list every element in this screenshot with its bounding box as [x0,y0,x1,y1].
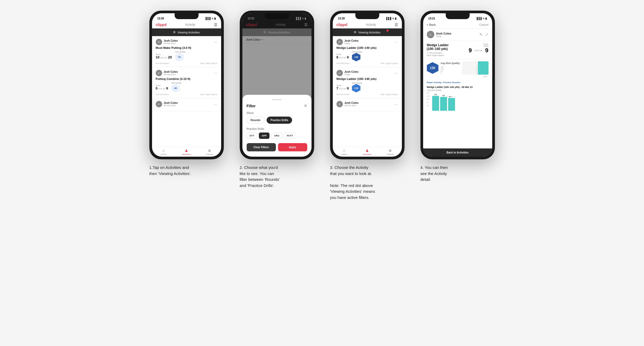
dots-menu-1-3[interactable]: ··· [214,102,217,106]
header-title-1: Activity [185,23,195,27]
viewing-banner-3[interactable]: ⚙ Viewing Activities [333,28,402,36]
bar-3-label: 124 - - - [449,96,454,97]
bar-2-label: 129 [442,95,445,96]
drill-btn-arg[interactable]: ARG [271,133,282,139]
avatar-1-2: JC [156,70,162,76]
step-3: 13:20 ▐▐▐ ∿ ▮ clippd Activity ☰ ⚙ View [327,11,407,200]
back-to-activities-button[interactable]: Back to Activities [423,148,492,157]
filter-close-button[interactable]: ✕ [304,103,307,108]
battery-icon-3: ▮ [395,17,397,20]
viewing-banner-1[interactable]: ⚙ Viewing Activities [152,28,221,36]
filter-handle [272,99,282,100]
drill-btn-app[interactable]: APP [259,133,270,139]
activity-card-3-2[interactable]: JC Josh Coles Today ··· Wedge Ladder (10… [333,67,402,98]
cards-list-1: JC Josh Coles 28 Feb 2023 ··· Must Make … [152,36,221,147]
activity-card-3-3[interactable]: JC Josh Coles 28 Feb 2023 ··· [333,98,402,111]
sq-hexagon-large: 130 [427,62,439,74]
nav-home-3[interactable]: ⌂ Home [333,148,356,156]
phone-frame-4: 13:21 ▐▐▐ ∿ ▮ < Back Cancel JC [420,11,495,159]
nav-activities-1[interactable]: ♟ Activities [175,148,198,156]
hamburger-3[interactable]: ☰ [395,23,398,27]
sq-label-3-1: Shot Quality [352,51,362,53]
practice-drills-button[interactable]: Practice Drills [267,117,292,124]
hamburger-1[interactable]: ☰ [214,23,217,27]
cancel-button[interactable]: Cancel [479,23,488,26]
sq-chart-labels: Avg Shot Quality 130 100 50 0 [441,62,460,74]
detail-user-name: Josh Coles [436,32,452,35]
clear-filters-button[interactable]: Clear Filters [247,143,276,151]
filter-modal: Filter ✕ Show Rounds Practice Drills Pra… [242,95,312,157]
rounds-button[interactable]: Rounds [247,117,264,124]
nav-home-label-3: Home [341,153,347,156]
dots-menu-3-1[interactable]: ··· [395,40,398,44]
filter-actions: Clear Filters Apply [247,143,307,151]
nav-activities-3[interactable]: ♟ Activities [356,148,379,156]
sq-val-3-2: 118 [354,87,358,89]
caption-3: 3. Choose the Activitythat you want to l… [330,165,405,200]
dots-menu-3-2[interactable]: ··· [395,71,398,75]
test-info-3-1: Test Information [336,62,350,64]
detail-user-text: Josh Coles Today [436,32,452,37]
data-label-1-1: Data: Clippd Capture [200,62,217,64]
back-button[interactable]: < Back [427,23,436,26]
activity-card-1-2[interactable]: JC Josh Coles 28 Feb 2023 ··· Putting Co… [152,67,221,98]
outof-3-2: OUT OF [339,88,346,90]
nav-capture-3[interactable]: ⊕ Capture [379,148,402,156]
activities-icon-1: ♟ [185,148,188,153]
stat-sq-3-2: Shot Quality 118 [352,82,362,92]
activity-card-1-3[interactable]: JC Josh Coles 28 Feb 2023 ··· [152,98,221,111]
show-label: Show [247,112,307,114]
stat-sq-1-1: Shot Quality 75 [175,51,185,61]
data-label-3-1: Data: Clippd Capture [381,62,398,64]
stat-score-1-2: Score 0 OUT OF 9 [156,84,168,90]
step-2: 13:21 ▐▐▐ ∿ ▮ clippd Activity ☰ ⚙ View [237,11,317,200]
home-icon-1: ⌂ [162,148,165,153]
activity-card-3-1[interactable]: JC Josh Coles Today ··· Wedge Ladder (10… [333,36,402,67]
sq-val-3-1: 130 [354,56,358,58]
phone-frame-2: 13:21 ▐▐▐ ∿ ▮ clippd Activity ☰ ⚙ View [240,11,314,159]
dots-menu-1-2[interactable]: ··· [214,71,217,75]
dots-menu-1-1[interactable]: ··· [214,40,217,44]
score-val-row-3-1: 9 OUT OF 9 [336,55,349,59]
wifi-icon-3: ∿ [392,17,394,20]
filter-drill-group: OTT APP ARG PUTT [247,133,307,139]
card-footer-3-1: Test Information Data: Clippd Capture [336,62,398,64]
stat-sq-3-1: Shot Quality 130 [352,51,362,61]
phone-screen-4: 13:21 ▐▐▐ ∿ ▮ < Back Cancel JC [423,13,492,157]
logo-1: clippd [156,23,167,27]
detail-user-date: Today [436,35,452,37]
filter-header: Filter ✕ [247,103,307,108]
expand-icon[interactable]: ⤢ [485,32,489,37]
bar-1-container: 132 [432,94,439,111]
signal-icon-3: ▐▐▐ [385,17,391,20]
dots-menu-3-3[interactable]: ··· [395,102,398,106]
app-header-3: clippd Activity ☰ [333,21,402,28]
apply-button[interactable]: Apply [278,143,307,151]
user-name-3-1: Josh Coles [344,39,359,42]
capture-icon-3: ⊕ [389,148,392,153]
outof-3-1: OUT OF [339,57,346,59]
drill-btn-ott[interactable]: OTT [247,133,257,139]
bar-2-container: 129 [440,95,447,111]
nav-capture-1[interactable]: ⊕ Capture [198,148,221,156]
shots-val-3-2: 9 [347,86,349,90]
nav-home-1[interactable]: ⌂ Home [152,148,175,156]
detail-chart-section: Wedge Ladder (100–140 yds) - 06 Mar 23 •… [423,84,492,148]
outof-1-1: OUT OF [160,57,167,59]
detail-outof-label: OUT OF [474,49,482,52]
drill-btn-putt[interactable]: PUTT [284,133,296,139]
user-info-3-2: JC Josh Coles Today [336,70,359,76]
capture-icon-1: ⊕ [208,148,211,153]
phone-notch-1 [175,13,199,19]
detail-header: < Back Cancel [423,21,492,29]
activity-title-3-1: Wedge Ladder (100–140 yds) [336,46,398,49]
edit-icon[interactable]: ✎ [479,32,483,37]
sq-badge-1-2: 45 [171,84,180,92]
home-icon-3: ⌂ [343,148,345,153]
practice-session-label: Player Activity • Practice Session [423,80,492,84]
card-footer-3-2: Test Information Data: Clippd Capture [336,93,398,95]
stat-sq-1-2: Shot Quality 45 [171,82,181,92]
filter-toggle-group: Rounds Practice Drills [247,117,307,124]
activity-card-1-1[interactable]: JC Josh Coles 28 Feb 2023 ··· Must Make … [152,36,221,67]
user-date-1-3: 28 Feb 2023 [164,104,178,107]
